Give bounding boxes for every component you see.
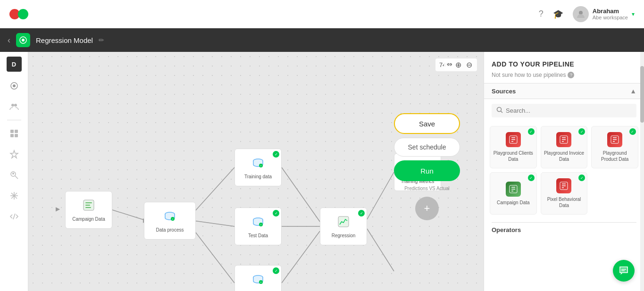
help-icon[interactable]: ? xyxy=(539,9,544,19)
source-check-playground-product: ✓ xyxy=(629,128,636,135)
source-check-pixel-behavioral: ✓ xyxy=(578,175,585,181)
canvas-expand-button[interactable]: ⇔ xyxy=(444,58,455,70)
source-check-campaign-data: ✓ xyxy=(528,175,535,181)
node-data-process[interactable]: + Data process xyxy=(144,202,196,240)
user-info: Abraham Abe workspace xyxy=(593,8,628,20)
back-button[interactable]: ‹ xyxy=(8,35,10,45)
canvas-area[interactable]: ▶ Campaign Data + Data process ✓ + Train… xyxy=(28,52,484,291)
edit-icon[interactable]: ✏ xyxy=(99,36,104,44)
node-regression[interactable]: ✓ Regression xyxy=(320,208,367,245)
pipeline-icon xyxy=(16,33,30,47)
add-button[interactable]: + xyxy=(415,197,439,220)
sidebar-item-snowflake[interactable] xyxy=(6,187,23,204)
action-buttons: Save Set schedule Run Predictions VS Act… xyxy=(394,113,460,220)
sidebar-avatar: D xyxy=(7,57,22,72)
source-card-playground-product-label: Playground Product Data xyxy=(594,150,635,162)
node-prediction-data[interactable]: ✓ + Prediction Data xyxy=(234,265,282,291)
zoom-in-button[interactable]: ⊕ xyxy=(454,60,462,69)
brand-logo xyxy=(9,9,28,19)
node-training-data-icon: + xyxy=(251,156,265,172)
node-data-process-label: Data process xyxy=(156,227,184,233)
panel-scrollbar[interactable] xyxy=(640,52,644,291)
run-button[interactable]: Run xyxy=(394,160,460,181)
node-campaign-data-icon xyxy=(82,199,95,215)
graduation-icon[interactable]: 🎓 xyxy=(553,9,563,19)
chat-button[interactable] xyxy=(613,260,635,282)
svg-rect-47 xyxy=(338,216,349,227)
operators-label: Operators xyxy=(492,222,636,235)
user-workspace: Abe workspace xyxy=(593,15,628,20)
source-card-playground-product[interactable]: ✓ Playground Product Data xyxy=(591,126,638,168)
nav-right: ? 🎓 Abraham Abe workspace ▾ xyxy=(539,6,635,22)
source-card-pixel-behavioral[interactable]: ✓ Pixel Behavioral Data xyxy=(541,172,588,215)
avatar xyxy=(573,6,589,22)
user-section[interactable]: Abraham Abe workspace ▾ xyxy=(573,6,635,22)
source-check-playground-clients: ✓ xyxy=(528,128,535,135)
chevron-down-icon: ▾ xyxy=(632,11,635,17)
source-icon-campaign-data xyxy=(506,182,521,197)
source-card-playground-clients[interactable]: ✓ Playground Clients Data xyxy=(490,126,537,168)
sub-header: ‹ Regression Model ✏ xyxy=(0,28,644,52)
source-card-playground-invoice[interactable]: ✓ Playground Invoice Data xyxy=(541,126,588,168)
panel-header: ADD TO YOUR PIPELINE xyxy=(484,52,644,72)
sidebar-item-star[interactable] xyxy=(6,146,23,163)
pipeline-title: Regression Model xyxy=(36,36,93,44)
sidebar-item-grid[interactable] xyxy=(6,125,23,142)
source-icon-playground-invoice xyxy=(556,132,571,147)
node-training-data-check: ✓ xyxy=(273,151,279,158)
svg-text:+: + xyxy=(260,223,262,226)
search-input[interactable] xyxy=(506,107,632,114)
svg-rect-7 xyxy=(10,130,14,133)
node-prediction-data-check: ✓ xyxy=(273,267,279,274)
source-icon-playground-product xyxy=(607,132,622,147)
svg-point-14 xyxy=(12,173,14,175)
sources-collapse-button[interactable]: ▲ xyxy=(630,87,636,95)
node-campaign-data-label: Campaign Data xyxy=(72,216,105,222)
svg-point-3 xyxy=(13,84,16,87)
save-button[interactable]: Save xyxy=(394,113,460,134)
source-card-campaign-data-label: Campaign Data xyxy=(497,200,529,206)
panel-scrollbar-thumb xyxy=(640,66,644,123)
panel-subtitle: Not sure how to use pipelines ? xyxy=(484,72,644,83)
source-card-playground-clients-label: Playground Clients Data xyxy=(493,150,534,162)
svg-marker-11 xyxy=(10,150,18,158)
source-card-campaign-data[interactable]: ✓ Campaign Data xyxy=(490,172,537,215)
zoom-controls: 74% ⊕ ⊖ xyxy=(435,58,477,71)
panel-subtitle-text: Not sure how to use pipelines xyxy=(492,72,566,78)
sidebar-item-users[interactable] xyxy=(6,98,23,115)
input-arrow: ▶ xyxy=(56,206,60,212)
source-check-playground-invoice: ✓ xyxy=(578,128,585,135)
source-icon-playground-clients xyxy=(506,132,521,147)
node-test-data-check: ✓ xyxy=(273,210,279,216)
sidebar-divider xyxy=(7,120,21,120)
top-navbar: ? 🎓 Abraham Abe workspace ▾ xyxy=(0,0,644,28)
node-test-data-icon: + xyxy=(251,215,265,231)
zoom-out-button[interactable]: ⊖ xyxy=(465,60,473,69)
sources-section-header: Sources ▲ xyxy=(484,83,644,99)
node-test-data[interactable]: ✓ + Test Data xyxy=(234,208,282,245)
svg-text:+: + xyxy=(172,217,174,220)
source-icon-pixel-behavioral xyxy=(556,178,571,193)
search-bar xyxy=(492,104,636,117)
node-regression-icon xyxy=(337,215,350,231)
svg-text:+: + xyxy=(260,281,262,283)
svg-rect-8 xyxy=(15,130,18,133)
svg-point-0 xyxy=(579,11,583,15)
operators-section: Operators xyxy=(484,218,644,237)
node-regression-label: Regression xyxy=(332,233,356,238)
sidebar-item-nodes[interactable] xyxy=(6,77,23,94)
svg-point-2 xyxy=(22,39,25,42)
sidebar-item-search-user[interactable] xyxy=(6,166,23,183)
search-icon xyxy=(496,107,503,115)
source-card-playground-invoice-label: Playground Invoice Data xyxy=(544,150,585,162)
panel-title: ADD TO YOUR PIPELINE xyxy=(492,60,574,68)
svg-point-5 xyxy=(11,104,14,107)
main-layout: D xyxy=(0,52,644,291)
sidebar-item-code[interactable] xyxy=(6,208,23,225)
sources-label: Sources xyxy=(492,88,516,95)
help-circle-icon[interactable]: ? xyxy=(568,72,574,78)
set-schedule-button[interactable]: Set schedule xyxy=(394,138,460,157)
node-training-data[interactable]: ✓ + Training data xyxy=(234,149,282,186)
brand-circle-green xyxy=(18,9,28,19)
node-campaign-data[interactable]: Campaign Data xyxy=(65,191,112,229)
